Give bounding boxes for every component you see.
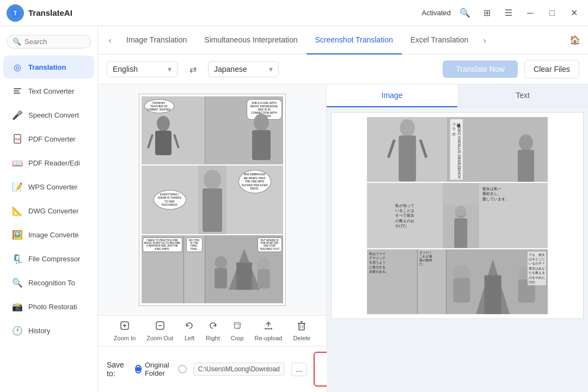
crop-button[interactable]: Crop bbox=[231, 320, 244, 341]
titlebar-controls: Activated 🔍 ⊞ ☰ ─ □ ✕ bbox=[422, 5, 581, 21]
svg-rect-2 bbox=[14, 88, 21, 89]
tab-excel[interactable]: Excel Translation bbox=[402, 26, 477, 54]
svg-rect-19 bbox=[215, 268, 227, 289]
wps-icon: 📝 bbox=[11, 180, 24, 193]
svg-rect-27 bbox=[235, 323, 240, 328]
crop-label: Crop bbox=[231, 335, 244, 341]
svg-point-47 bbox=[453, 265, 470, 279]
left-panel: FROM MY TEACHER OF COMBAT, SIGFRID. bbox=[98, 84, 327, 392]
source-lang-label: English bbox=[113, 65, 138, 74]
activated-badge: Activated bbox=[422, 9, 451, 17]
sidebar-item-recognition[interactable]: 🔍 Recognition To bbox=[3, 271, 94, 294]
maximize-icon[interactable]: □ bbox=[544, 5, 560, 21]
right-tab-bar: Image Text bbox=[327, 84, 588, 108]
svg-rect-8 bbox=[155, 131, 171, 155]
menu-icon[interactable]: ☰ bbox=[501, 5, 516, 21]
sidebar-item-wps[interactable]: 📝 WPS Converter bbox=[3, 175, 94, 198]
sidebar-item-pdf-converter[interactable]: PDF PDF Converter bbox=[3, 127, 94, 150]
search-input[interactable] bbox=[24, 38, 85, 46]
svg-point-39 bbox=[519, 134, 533, 151]
rotate-right-icon bbox=[207, 320, 218, 334]
close-icon[interactable]: ✕ bbox=[566, 5, 581, 21]
svg-rect-40 bbox=[518, 150, 534, 182]
reupload-button[interactable]: Re-upload bbox=[255, 320, 283, 341]
compress-icon: 🗜️ bbox=[11, 252, 24, 265]
search-box[interactable]: 🔍 bbox=[7, 35, 91, 48]
reupload-label: Re-upload bbox=[255, 335, 283, 341]
svg-point-20 bbox=[257, 258, 270, 270]
target-lang-label: Japanese bbox=[214, 65, 247, 74]
svg-text:T: T bbox=[14, 10, 17, 16]
zoom-in-label: Zoom In bbox=[114, 335, 136, 341]
translated-image-display: 彼女はAGKC KNOILUS OEGEZEHCHコラボ bbox=[331, 112, 584, 319]
sidebar-item-translation[interactable]: ◎ Translation bbox=[3, 56, 94, 78]
sidebar-item-label: Recognition To bbox=[28, 279, 75, 287]
tab-next-btn[interactable]: › bbox=[477, 33, 492, 48]
sidebar-item-photo-restore[interactable]: 📸 Photo Restorati bbox=[3, 295, 94, 318]
svg-rect-48 bbox=[453, 278, 470, 302]
sidebar-item-label: Translation bbox=[28, 63, 66, 71]
radio-selected-indicator bbox=[136, 367, 140, 371]
tab-screenshot[interactable]: Screenshot Translation bbox=[307, 26, 402, 54]
svg-point-42 bbox=[455, 206, 467, 219]
jp-manga-panel-3: 私はファイアマジックを習うように努力する必要がある。 ダメだ！これが最後の教材だ… bbox=[367, 249, 548, 314]
svg-rect-21 bbox=[257, 269, 270, 288]
target-lang-select[interactable]: Japanese ▾ bbox=[208, 61, 279, 77]
right-tab-text[interactable]: Text bbox=[457, 84, 588, 107]
sidebar-item-history[interactable]: 🕐 History bbox=[3, 319, 94, 342]
tab-prev-btn[interactable]: ‹ bbox=[102, 33, 118, 48]
zoom-out-label: Zoom Out bbox=[146, 335, 173, 341]
sidebar-item-label: Photo Restorati bbox=[28, 303, 77, 311]
svg-rect-36 bbox=[399, 136, 416, 182]
svg-rect-30 bbox=[299, 323, 304, 330]
clear-files-button[interactable]: Clear Files bbox=[524, 60, 579, 78]
reupload-icon bbox=[263, 320, 274, 334]
history-icon: 🕐 bbox=[11, 324, 24, 337]
sidebar-item-text-converter[interactable]: Text Converter bbox=[3, 79, 94, 102]
svg-rect-3 bbox=[14, 90, 19, 91]
tab-image-translation[interactable]: Image Translation bbox=[118, 26, 195, 54]
sidebar-item-dwg[interactable]: 📐 DWG Converter bbox=[3, 199, 94, 222]
manga-panel-3: I NEED TO PRACTICE FIRE MAGIC IN BATTLE … bbox=[142, 235, 283, 303]
manga-panel-1: FROM MY TEACHER OF COMBAT, SIGFRID. bbox=[142, 96, 283, 164]
toolbar: English ▾ ⇄ Japanese ▾ Translate Now Cle… bbox=[98, 54, 588, 84]
rotate-right-label: Right bbox=[206, 335, 220, 341]
custom-folder-radio[interactable] bbox=[178, 365, 187, 373]
zoom-in-button[interactable]: Zoom In bbox=[114, 320, 136, 341]
translate-now-button[interactable]: Translate Now bbox=[443, 60, 518, 78]
source-lang-select[interactable]: English ▾ bbox=[107, 61, 177, 77]
translation-icon: ◎ bbox=[11, 60, 24, 74]
home-icon[interactable]: 🏠 bbox=[566, 32, 584, 49]
delete-button[interactable]: Delete bbox=[293, 320, 310, 341]
crop-icon bbox=[232, 320, 243, 334]
svg-point-35 bbox=[400, 119, 415, 137]
svg-text:PDF: PDF bbox=[14, 138, 21, 141]
rotate-left-button[interactable]: Left bbox=[184, 320, 195, 341]
source-lang-dropdown-icon: ▾ bbox=[168, 65, 171, 74]
screenshot-icon[interactable]: ⊞ bbox=[479, 5, 494, 21]
right-panel: Image Text bbox=[327, 84, 588, 392]
original-folder-option[interactable]: Original Folder bbox=[135, 361, 171, 377]
delete-icon bbox=[296, 320, 307, 334]
right-tab-image[interactable]: Image bbox=[327, 84, 457, 107]
sidebar-item-speech-convert[interactable]: 🎤 Speech Convert bbox=[3, 103, 94, 126]
swap-lang-button[interactable]: ⇄ bbox=[184, 60, 201, 78]
save-path-input[interactable] bbox=[193, 363, 285, 376]
minimize-icon[interactable]: ─ bbox=[523, 5, 538, 21]
search-icon[interactable]: 🔍 bbox=[457, 5, 473, 21]
original-folder-radio[interactable] bbox=[135, 365, 142, 373]
translated-content-area: 彼女はAGKC KNOILUS OEGEZEHCHコラボ bbox=[327, 108, 588, 392]
sidebar-item-image-converter[interactable]: 🖼️ Image Converte bbox=[3, 223, 94, 246]
svg-rect-46 bbox=[485, 275, 501, 314]
custom-folder-option[interactable] bbox=[178, 365, 187, 373]
zoom-out-button[interactable]: Zoom Out bbox=[146, 320, 173, 341]
dwg-icon: 📐 bbox=[11, 204, 24, 217]
sidebar-item-file-compressor[interactable]: 🗜️ File Compressor bbox=[3, 247, 94, 270]
tab-simultaneous[interactable]: Simultaneous Interpretation bbox=[195, 26, 306, 54]
original-folder-label: Original Folder bbox=[145, 361, 171, 377]
search-icon: 🔍 bbox=[13, 38, 21, 46]
sidebar-item-pdf-reader[interactable]: 📖 PDF Reader/Edi bbox=[3, 151, 94, 174]
rotate-right-button[interactable]: Right bbox=[206, 320, 220, 341]
manga-panel-2: EVERYTHING I KNOW IS THANKS TO HER TEACH… bbox=[142, 166, 283, 234]
path-more-button[interactable]: ... bbox=[291, 363, 307, 376]
